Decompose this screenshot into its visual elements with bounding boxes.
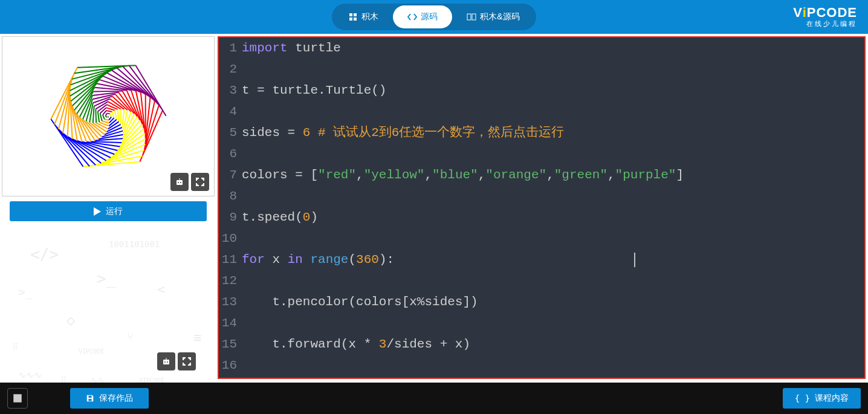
line-number: 4	[219, 101, 242, 122]
code-line[interactable]: 2	[219, 59, 864, 80]
header: 积木 源码 积木&源码 ViPCODE 在线少儿编程	[0, 0, 868, 34]
save-label: 保存作品	[99, 393, 133, 404]
tab-source[interactable]: 源码	[393, 5, 452, 28]
code-line[interactable]: 3t = turtle.Turtle()	[219, 80, 864, 101]
code-line[interactable]: 12	[219, 270, 864, 291]
braces-icon: { }	[795, 393, 810, 403]
line-number: 1	[219, 37, 242, 59]
code-line[interactable]: 1import turtle	[219, 37, 864, 59]
course-content-button[interactable]: { } 课程内容	[783, 388, 861, 409]
run-button[interactable]: 运行	[10, 201, 207, 221]
svg-point-11	[164, 361, 166, 363]
line-number: 9	[219, 207, 242, 228]
logo-subtitle: 在线少儿编程	[793, 19, 857, 28]
line-number: 12	[219, 270, 242, 291]
line-number: 6	[219, 143, 242, 164]
svg-rect-1	[354, 13, 357, 16]
svg-rect-3	[354, 18, 357, 21]
preview-canvas	[2, 36, 215, 196]
robot-button-2[interactable]	[157, 352, 175, 370]
code-content[interactable]: t = turtle.Turtle()	[242, 80, 386, 101]
line-number: 11	[219, 249, 242, 270]
code-icon	[407, 12, 417, 22]
tab-label: 积木&源码	[480, 11, 519, 22]
robot-icon	[161, 357, 171, 366]
tab-label: 积木	[361, 11, 378, 22]
code-content[interactable]: for x in range(360):	[242, 249, 394, 270]
main: 运行 1001101001 </> >_ >_ < ◇ ⑂ ≡ ⠿ VIPCOD…	[0, 34, 868, 383]
code-line[interactable]: 4	[219, 101, 864, 122]
code-line[interactable]: 14	[219, 312, 864, 334]
turtle-output	[2, 37, 214, 196]
line-number: 14	[219, 312, 242, 334]
code-content[interactable]: t.speed(0)	[242, 207, 318, 228]
code-line[interactable]: 8	[219, 186, 864, 207]
left-panel: 运行 1001101001 </> >_ >_ < ◇ ⑂ ≡ ⠿ VIPCOD…	[0, 34, 216, 383]
save-button[interactable]: 保存作品	[70, 388, 149, 409]
footer: 保存作品 { } 课程内容	[0, 383, 868, 414]
line-number: 2	[219, 59, 242, 80]
logo-brand: ViPCODE	[793, 5, 857, 21]
text-cursor	[634, 253, 635, 267]
code-line[interactable]: 6	[219, 143, 864, 164]
svg-rect-6	[177, 180, 183, 185]
line-number: 13	[219, 291, 242, 312]
code-line[interactable]: 15 t.forward(x * 3/sides + x)	[219, 334, 864, 355]
logo: ViPCODE 在线少儿编程	[793, 5, 857, 28]
svg-point-12	[167, 361, 168, 363]
tab-label: 源码	[421, 11, 438, 22]
collapse-button[interactable]	[7, 388, 28, 409]
tab-blocks[interactable]: 积木	[334, 5, 393, 28]
code-content[interactable]: colors = ["red","yellow","blue","orange"…	[242, 164, 684, 186]
code-editor[interactable]: 1import turtle23t = turtle.Turtle()45sid…	[218, 36, 866, 379]
course-label: 课程内容	[815, 393, 849, 404]
tab-both[interactable]: 积木&源码	[452, 5, 534, 28]
play-icon	[94, 207, 101, 216]
robot-icon	[175, 177, 184, 187]
code-content[interactable]: t.pencolor(colors[x%sides])	[242, 291, 478, 312]
line-number: 3	[219, 80, 242, 101]
line-number: 16	[219, 355, 242, 376]
svg-rect-5	[472, 14, 476, 20]
code-line[interactable]: 16	[219, 355, 864, 376]
svg-point-7	[178, 182, 179, 183]
fullscreen-icon	[195, 177, 205, 187]
combo-icon	[467, 12, 476, 22]
fullscreen-icon	[182, 357, 192, 366]
code-line[interactable]: 13 t.pencolor(colors[x%sides])	[219, 291, 864, 312]
svg-rect-2	[349, 18, 352, 21]
code-content[interactable]: t.forward(x * 3/sides + x)	[242, 334, 470, 355]
code-content[interactable]: sides = 6 # 试试从2到6任选一个数字，然后点击运行	[242, 122, 564, 143]
line-number: 5	[219, 122, 242, 143]
run-label: 运行	[106, 206, 123, 217]
code-content[interactable]: import turtle	[242, 37, 341, 59]
line-number: 7	[219, 164, 242, 186]
code-line[interactable]: 9t.speed(0)	[219, 207, 864, 228]
robot-button[interactable]	[170, 173, 189, 191]
code-line[interactable]: 11for x in range(360):	[219, 249, 864, 270]
view-tabs: 积木 源码 积木&源码	[332, 4, 536, 30]
line-number: 10	[219, 228, 242, 249]
collapse-icon	[13, 393, 22, 403]
svg-rect-0	[349, 13, 352, 16]
line-number: 15	[219, 334, 242, 355]
svg-rect-10	[163, 360, 169, 364]
code-line[interactable]: 10	[219, 228, 864, 249]
save-icon	[86, 394, 94, 403]
svg-rect-4	[467, 14, 471, 20]
code-line[interactable]: 5sides = 6 # 试试从2到6任选一个数字，然后点击运行	[219, 122, 864, 143]
blocks-icon	[348, 12, 358, 22]
line-number: 8	[219, 186, 242, 207]
svg-point-8	[180, 182, 181, 183]
fullscreen-button[interactable]	[191, 173, 209, 191]
code-line[interactable]: 7colors = ["red","yellow","blue","orange…	[219, 164, 864, 186]
fullscreen-button-2[interactable]	[178, 352, 196, 370]
